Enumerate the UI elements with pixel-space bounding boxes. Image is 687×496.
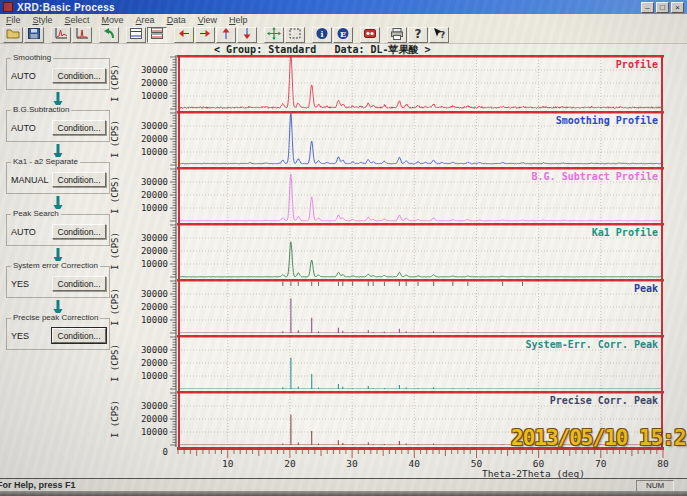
process-step-b-g-subtraction: B.G.SubtractionAUTOCondition... bbox=[6, 110, 110, 142]
panel-system-err-corr-peak-plot[interactable]: 100002000030000I (CPS)System-Err. Corr. … bbox=[110, 335, 687, 391]
titlebar: XRD:Basic Process –□× bbox=[0, 0, 687, 14]
step-mode-value: AUTO bbox=[11, 123, 36, 133]
svg-text:40: 40 bbox=[409, 458, 421, 469]
shift-left-button[interactable] bbox=[174, 27, 194, 43]
menu-style[interactable]: Style bbox=[27, 15, 59, 25]
condition-button-ka1-a2-separate[interactable]: Condition... bbox=[52, 172, 106, 187]
red-tool-icon bbox=[363, 27, 377, 43]
panel-label: Precise Corr. Peak bbox=[550, 395, 658, 406]
panel-smoothing-profile-plot[interactable]: 100002000030000I (CPS)Smoothing Profile bbox=[110, 111, 687, 167]
panel-label: B.G. Subtract Profile bbox=[532, 171, 658, 182]
info-i-icon: i bbox=[315, 27, 329, 43]
panel-peak: 100002000030000I (CPS)Peak bbox=[110, 279, 687, 335]
menu-help[interactable]: Help bbox=[223, 15, 254, 25]
svg-text:20000: 20000 bbox=[141, 302, 168, 312]
context-help-button[interactable]: ? bbox=[429, 27, 449, 43]
panel-label: Smoothing Profile bbox=[556, 115, 658, 126]
panel-b-g-subtract-profile-plot[interactable]: 100002000030000I (CPS)B.G. Subtract Prof… bbox=[110, 167, 687, 223]
svg-text:20: 20 bbox=[284, 458, 296, 469]
svg-text:10000: 10000 bbox=[141, 427, 168, 437]
condition-button-system-error-correction[interactable]: Condition... bbox=[52, 276, 106, 291]
condition-button-b-g-subtraction[interactable]: Condition... bbox=[52, 120, 106, 135]
svg-text:70: 70 bbox=[595, 458, 607, 469]
menu-area[interactable]: Area bbox=[130, 15, 161, 25]
panel-label: Profile bbox=[616, 59, 658, 70]
arrow-left-icon bbox=[177, 27, 191, 43]
move-button[interactable] bbox=[264, 27, 284, 43]
menu-select[interactable]: Select bbox=[59, 15, 96, 25]
svg-text:10000: 10000 bbox=[141, 203, 168, 213]
arrow-up-icon bbox=[219, 27, 233, 43]
process-step-precise-peak-correction: Precise peak CorrectionYESCondition... bbox=[6, 318, 110, 350]
close-button[interactable]: × bbox=[671, 2, 684, 13]
screen: { "window": { "title": "XRD:Basic Proces… bbox=[0, 0, 687, 496]
single-panel-layout-button[interactable] bbox=[126, 27, 146, 43]
panel-system-err-corr-peak: 100002000030000I (CPS)System-Err. Corr. … bbox=[110, 335, 687, 391]
panel-label: Peak bbox=[634, 283, 658, 294]
svg-text:20000: 20000 bbox=[141, 246, 168, 256]
menu-file[interactable]: File bbox=[0, 15, 27, 25]
peak-chart-button[interactable] bbox=[72, 27, 92, 43]
step-mode-value: AUTO bbox=[11, 227, 36, 237]
profile-chart-button[interactable] bbox=[51, 27, 71, 43]
help-button[interactable]: ? bbox=[408, 27, 428, 43]
open-folder-icon bbox=[6, 27, 20, 43]
step-title: B.G.Subtraction bbox=[11, 105, 71, 115]
minimize-button[interactable]: – bbox=[641, 2, 654, 13]
svg-text:30: 30 bbox=[346, 458, 358, 469]
svg-text:i: i bbox=[320, 28, 323, 38]
move-cross-icon bbox=[267, 27, 281, 43]
menu-move[interactable]: Move bbox=[96, 15, 130, 25]
step-title: System error Correction bbox=[11, 261, 100, 271]
stacked-panel-layout-button[interactable] bbox=[147, 27, 167, 43]
y-axis-label: I (CPS) bbox=[110, 400, 120, 438]
process-step-system-error-correction: System error CorrectionYESCondition... bbox=[6, 266, 110, 298]
x-axis-row: 01020304050607080Theta-2Theta (deg) bbox=[110, 447, 687, 478]
panel-peak-plot[interactable]: 100002000030000I (CPS)Peak bbox=[110, 279, 687, 335]
help-icon: ? bbox=[411, 27, 425, 43]
step-mode-value: MANUAL bbox=[11, 175, 49, 185]
panel-smoothing-profile: 100002000030000I (CPS)Smoothing Profile bbox=[110, 111, 687, 167]
shift-down-button[interactable] bbox=[237, 27, 257, 43]
report-button[interactable] bbox=[360, 27, 380, 43]
undo-button[interactable] bbox=[99, 27, 119, 43]
zoom-area-button[interactable] bbox=[285, 27, 305, 43]
info-i-button[interactable]: i bbox=[312, 27, 332, 43]
svg-text:10000: 10000 bbox=[141, 91, 168, 101]
open-button[interactable] bbox=[3, 27, 23, 43]
svg-text:20000: 20000 bbox=[141, 190, 168, 200]
menu-view[interactable]: View bbox=[192, 15, 223, 25]
window-controls: –□× bbox=[641, 2, 684, 13]
process-step-peak-search: Peak SearchAUTOCondition... bbox=[6, 214, 110, 246]
context-help-icon: ? bbox=[432, 27, 446, 43]
svg-text:10: 10 bbox=[222, 458, 234, 469]
shift-right-button[interactable] bbox=[195, 27, 215, 43]
info-e-button[interactable]: E bbox=[333, 27, 353, 43]
save-icon bbox=[27, 27, 41, 43]
chart-peak-icon bbox=[75, 27, 89, 43]
panel-ka1-profile: 100002000030000I (CPS)Ka1 Profile bbox=[110, 223, 687, 279]
svg-text:30000: 30000 bbox=[141, 401, 168, 411]
condition-button-precise-peak-correction[interactable]: Condition... bbox=[52, 328, 106, 343]
svg-text:30000: 30000 bbox=[141, 289, 168, 299]
print-button[interactable] bbox=[387, 27, 407, 43]
camera-timestamp: 2013/05/10 15:2 bbox=[511, 426, 686, 450]
select-area-icon bbox=[288, 27, 302, 43]
step-mode-value: AUTO bbox=[11, 71, 36, 81]
condition-button-smoothing[interactable]: Condition... bbox=[52, 68, 106, 83]
undo-arrow-icon bbox=[102, 27, 116, 43]
status-message: For Help, press F1 bbox=[0, 480, 76, 490]
maximize-button[interactable]: □ bbox=[656, 2, 669, 13]
menu-data[interactable]: Data bbox=[161, 15, 192, 25]
save-button[interactable] bbox=[24, 27, 44, 43]
shift-up-button[interactable] bbox=[216, 27, 236, 43]
statusbar: For Help, press F1 NUM bbox=[0, 478, 687, 491]
svg-text:30000: 30000 bbox=[141, 345, 168, 355]
svg-text:80: 80 bbox=[657, 458, 669, 469]
panel-profile-plot[interactable]: 100002000030000I (CPS)Profile bbox=[110, 55, 687, 111]
panel-profile: 100002000030000I (CPS)Profile bbox=[110, 55, 687, 111]
condition-button-peak-search[interactable]: Condition... bbox=[52, 224, 106, 239]
panel-ka1-profile-plot[interactable]: 100002000030000I (CPS)Ka1 Profile bbox=[110, 223, 687, 279]
svg-text:50: 50 bbox=[471, 458, 483, 469]
panel-label: Ka1 Profile bbox=[592, 227, 658, 238]
